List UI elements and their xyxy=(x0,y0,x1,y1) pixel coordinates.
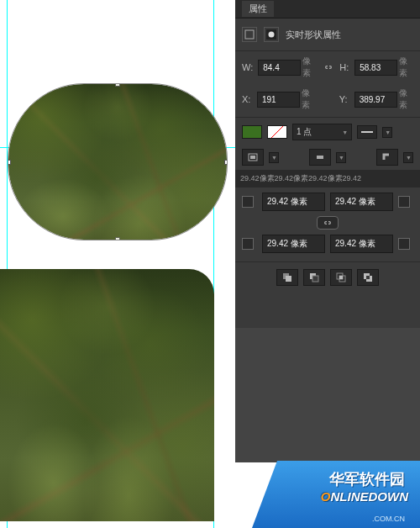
cap-type-button[interactable] xyxy=(309,149,331,166)
stroke-style-solid[interactable] xyxy=(357,125,377,139)
corner-tr-input[interactable]: 29.42 像素 xyxy=(330,193,393,211)
corner-tr-checkbox[interactable] xyxy=(398,196,410,208)
align-stroke-button[interactable] xyxy=(242,149,264,166)
unit-px: 像素 xyxy=(399,87,413,111)
watermark-en: ONLINEDOWN xyxy=(321,489,408,504)
live-shape-icon xyxy=(242,27,257,42)
unit-px: 像素 xyxy=(302,55,317,79)
svg-point-2 xyxy=(269,32,275,38)
svg-rect-4 xyxy=(250,156,255,159)
properties-panel: 属性 实时形状属性 W: 84.4 像素 H: 58.83 像素 X: 191 … xyxy=(235,0,420,328)
y-label: Y: xyxy=(339,94,349,104)
fill-color-swatch[interactable] xyxy=(242,125,262,139)
join-type-button[interactable] xyxy=(376,149,398,166)
panel-tab-properties[interactable]: 属性 xyxy=(242,1,274,17)
join-type-dropdown[interactable]: ▼ xyxy=(403,152,413,163)
link-wh-icon[interactable] xyxy=(322,61,334,73)
width-input[interactable]: 84.4 xyxy=(258,60,301,76)
y-input[interactable]: 389.97 xyxy=(354,92,397,108)
corner-bl-checkbox[interactable] xyxy=(242,238,254,250)
svg-rect-0 xyxy=(245,30,254,39)
unit-px: 像素 xyxy=(399,55,413,79)
height-input[interactable]: 58.83 xyxy=(354,60,397,76)
corner-tl-checkbox[interactable] xyxy=(242,196,254,208)
svg-rect-5 xyxy=(317,156,323,159)
corner-values-bar: 29.42像素29.42像素29.42像素29.42 xyxy=(235,170,420,187)
rounded-rect-shape-bottom[interactable] xyxy=(0,269,214,521)
width-label: W: xyxy=(242,62,253,72)
pathop-intersect-button[interactable] xyxy=(330,269,352,286)
link-corners-icon[interactable] xyxy=(317,216,339,230)
stroke-color-swatch[interactable] xyxy=(267,125,287,139)
svg-rect-12 xyxy=(339,276,343,279)
pathop-exclude-button[interactable] xyxy=(357,269,379,286)
stroke-style-dropdown[interactable]: ▼ xyxy=(382,127,392,138)
x-label: X: xyxy=(242,94,252,104)
svg-rect-15 xyxy=(366,276,370,279)
rounded-rect-shape-top[interactable] xyxy=(8,84,227,240)
chevron-down-icon: ▼ xyxy=(342,129,348,135)
height-label: H: xyxy=(339,62,349,72)
canvas-area[interactable] xyxy=(0,0,235,528)
pathop-combine-button[interactable] xyxy=(276,269,298,286)
mask-icon xyxy=(264,27,279,42)
stroke-width-value: 1 点 xyxy=(297,126,312,138)
x-input[interactable]: 191 xyxy=(257,92,300,108)
pathop-subtract-button[interactable] xyxy=(303,269,325,286)
panel-title: 实时形状属性 xyxy=(286,29,341,41)
svg-rect-9 xyxy=(312,276,318,282)
watermark-cn: 华军软件园 xyxy=(329,469,405,489)
panel-empty-area xyxy=(235,328,420,462)
corner-br-input[interactable]: 29.42 像素 xyxy=(330,235,393,253)
watermark: 华军软件园 ONLINEDOWN .COM.CN xyxy=(252,461,420,528)
svg-rect-7 xyxy=(286,276,291,282)
align-stroke-dropdown[interactable]: ▼ xyxy=(269,152,279,163)
watermark-sub: .COM.CN xyxy=(372,515,405,523)
corner-tl-input[interactable]: 29.42 像素 xyxy=(262,193,325,211)
unit-px: 像素 xyxy=(302,87,316,111)
panel-tab-bar: 属性 xyxy=(235,0,420,18)
corner-bl-input[interactable]: 29.42 像素 xyxy=(262,235,325,253)
corner-br-checkbox[interactable] xyxy=(398,238,410,250)
cap-type-dropdown[interactable]: ▼ xyxy=(336,152,346,163)
stroke-width-dropdown[interactable]: 1 点 ▼ xyxy=(292,124,352,140)
